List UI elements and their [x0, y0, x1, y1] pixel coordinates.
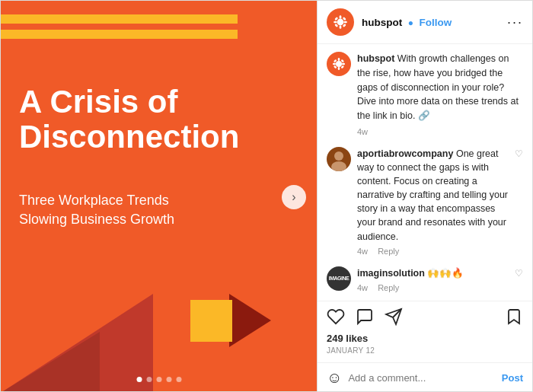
post-date: JANUARY 12 [327, 346, 523, 355]
comment-1-username[interactable]: aportiabrowcompany [357, 148, 453, 159]
svg-rect-11 [338, 67, 340, 70]
post-header: hubspot ● Follow ··· [318, 1, 532, 44]
comment-2: IMAGINE imaginsolution 🙌🙌🔥 4w Reply ♡ [327, 266, 523, 292]
post-comment-button[interactable]: Post [502, 372, 523, 384]
caption-block: hubspot With growth challenges on the ri… [327, 52, 523, 136]
like-icon[interactable] [327, 308, 345, 329]
arrow-decoration [190, 294, 271, 347]
arrow-triangle [229, 294, 271, 347]
comment-1-like-button[interactable]: ♡ [515, 147, 523, 159]
svg-point-19 [331, 161, 346, 171]
hubspot-avatar [327, 8, 354, 36]
dot-3 [156, 377, 161, 382]
caption-avatar [327, 52, 351, 76]
comment-1: aportiabrowcompany One great way to conn… [327, 147, 523, 256]
emoji-button[interactable]: ☺ [327, 369, 342, 387]
stripe-1 [1, 14, 238, 24]
svg-rect-3 [334, 21, 337, 24]
svg-rect-12 [333, 63, 336, 65]
carousel-next-button[interactable]: › [282, 185, 306, 209]
comment-2-text: imaginsolution 🙌🙌🔥 [357, 266, 515, 280]
more-options-button[interactable]: ··· [507, 14, 523, 30]
post-title: A Crisis of Disconnection [19, 84, 239, 155]
caption-text: hubspot With growth challenges on the ri… [357, 52, 523, 123]
comment-1-reply[interactable]: Reply [378, 247, 399, 256]
carousel-dots [136, 377, 181, 382]
svg-rect-5 [334, 17, 338, 21]
comment-1-body: One great way to connect the gaps is wit… [357, 148, 508, 242]
share-icon[interactable] [385, 308, 403, 329]
comments-panel: hubspot ● Follow ··· [317, 1, 532, 392]
svg-rect-4 [343, 21, 346, 24]
bookmark-icon[interactable] [505, 308, 523, 329]
verified-badge: ● [408, 18, 413, 28]
dot-5 [176, 377, 181, 382]
add-comment-bar: ☺ Post [318, 362, 532, 392]
follow-button[interactable]: Follow [419, 17, 452, 28]
dot-1 [136, 377, 142, 382]
svg-rect-7 [334, 24, 338, 27]
comment-2-username[interactable]: imaginsolution [357, 268, 425, 279]
header-username[interactable]: hubspot [362, 17, 402, 28]
stripe-2 [1, 30, 238, 39]
comment-2-like-button[interactable]: ♡ [515, 266, 523, 279]
post-image: A Crisis of Disconnection Three Workplac… [1, 1, 317, 392]
caption-username[interactable]: hubspot [357, 53, 394, 64]
svg-rect-10 [338, 58, 340, 61]
comment-1-content: aportiabrowcompany One great way to conn… [357, 147, 515, 256]
caption-meta: 4w [357, 127, 523, 136]
comment-icon[interactable] [356, 308, 374, 329]
comment-2-meta: 4w Reply [357, 283, 515, 292]
decorative-stripes [1, 14, 317, 45]
svg-rect-13 [342, 63, 345, 65]
dot-2 [146, 377, 152, 382]
svg-rect-15 [341, 59, 345, 63]
caption-timestamp: 4w [357, 127, 368, 136]
svg-rect-16 [334, 65, 337, 69]
yellow-square [190, 300, 232, 342]
action-icons [327, 308, 523, 329]
likes-count: 249 likes [327, 333, 523, 344]
post-subtitle: Three Workplace Trends Slowing Business … [19, 191, 174, 229]
svg-rect-8 [343, 24, 346, 27]
comment-1-timestamp: 4w [357, 247, 368, 256]
svg-rect-14 [334, 59, 337, 63]
actions-bar: 249 likes JANUARY 12 [318, 301, 532, 362]
caption-content: hubspot With growth challenges on the ri… [357, 52, 523, 136]
header-info: hubspot ● Follow [362, 15, 501, 29]
comment-1-avatar [327, 147, 351, 171]
dot-4 [166, 377, 171, 382]
svg-rect-2 [340, 25, 342, 28]
comment-1-meta: 4w Reply [357, 247, 515, 256]
svg-point-18 [334, 151, 343, 161]
svg-rect-6 [343, 17, 346, 21]
comment-1-text: aportiabrowcompany One great way to conn… [357, 147, 515, 244]
svg-rect-1 [340, 15, 342, 18]
comment-2-avatar: IMAGINE [327, 266, 351, 291]
svg-point-9 [336, 61, 342, 67]
svg-rect-17 [341, 65, 345, 69]
comment-2-reply[interactable]: Reply [378, 283, 399, 292]
comments-section: hubspot With growth challenges on the ri… [318, 44, 532, 301]
bottom-triangle-dark [1, 332, 100, 392]
svg-point-0 [337, 19, 344, 26]
comment-2-body: 🙌🙌🔥 [427, 268, 464, 279]
comment-2-timestamp: 4w [357, 283, 368, 292]
comment-input[interactable] [348, 372, 501, 384]
comment-2-content: imaginsolution 🙌🙌🔥 4w Reply [357, 266, 515, 292]
